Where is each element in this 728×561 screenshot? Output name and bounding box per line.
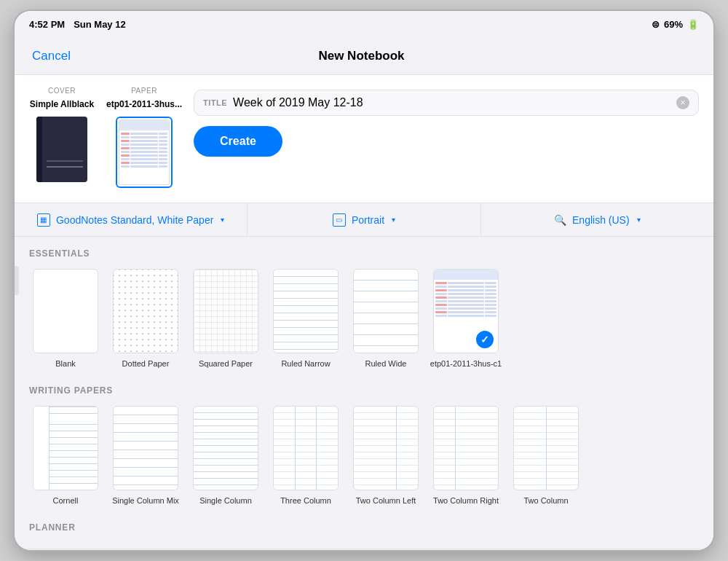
template-dotted-thumb bbox=[113, 269, 178, 353]
template-single-col-mix-name: Single Column Mix bbox=[112, 496, 179, 505]
template-blank[interactable]: Blank bbox=[29, 269, 102, 368]
template-ruled-wide-name: Ruled Wide bbox=[365, 359, 407, 368]
status-left: 4:52 PM Sun May 12 bbox=[29, 19, 126, 30]
template-two-col-left[interactable]: Two Column Left bbox=[349, 406, 422, 505]
ipad-frame: 4:52 PM Sun May 12 ⊜ 69% 🔋 Cancel New No… bbox=[15, 11, 713, 550]
top-panel: COVER Simple Allblack PAPER etp01-2011-3… bbox=[15, 75, 713, 203]
language-chevron: ▾ bbox=[637, 216, 641, 224]
template-cornell[interactable]: Cornell bbox=[29, 406, 102, 505]
template-two-col-thumb bbox=[513, 406, 579, 490]
paper-type-icon: ▦ bbox=[37, 213, 50, 227]
orientation-icon: ▭ bbox=[333, 213, 346, 227]
title-section: TITLE × Create bbox=[194, 87, 699, 157]
cover-thumbnail bbox=[36, 117, 87, 182]
template-three-col-name: Three Column bbox=[280, 496, 331, 505]
title-row: TITLE × bbox=[194, 90, 699, 116]
paper-type-chevron: ▾ bbox=[221, 216, 224, 224]
template-etp01-thumb bbox=[433, 269, 499, 353]
paper-type-label: GoodNotes Standard, White Paper bbox=[56, 214, 213, 226]
paper-thumbnail bbox=[119, 119, 170, 185]
template-two-col-left-thumb bbox=[353, 406, 419, 490]
template-two-col-left-name: Two Column Left bbox=[356, 496, 416, 505]
paper-item[interactable]: PAPER etp01-2011-3hus... bbox=[106, 87, 182, 188]
orientation-label: Portrait bbox=[352, 214, 384, 226]
template-blank-thumb bbox=[33, 269, 98, 353]
template-squared-thumb bbox=[193, 269, 258, 353]
template-single-col-mix-thumb bbox=[113, 406, 178, 490]
template-dotted[interactable]: Dotted Paper bbox=[109, 269, 182, 368]
side-tab bbox=[15, 266, 19, 295]
template-blank-name: Blank bbox=[55, 359, 76, 368]
essentials-grid: Blank Dotted Paper Squared Paper Ruled N… bbox=[29, 269, 699, 368]
writing-section-title: WRITING PAPERS bbox=[29, 385, 699, 396]
filter-orientation[interactable]: ▭ Portrait ▾ bbox=[248, 203, 480, 236]
essentials-section-title: ESSENTIALS bbox=[29, 248, 699, 259]
page-title: New Notebook bbox=[318, 49, 404, 63]
template-ruled-narrow-thumb bbox=[273, 269, 339, 353]
template-single-col-mix[interactable]: Single Column Mix bbox=[109, 406, 182, 505]
title-input[interactable] bbox=[233, 96, 670, 109]
template-three-col-thumb bbox=[273, 406, 339, 490]
language-label: English (US) bbox=[572, 214, 630, 226]
cover-item[interactable]: COVER Simple Allblack bbox=[29, 87, 95, 182]
template-three-col[interactable]: Three Column bbox=[269, 406, 342, 505]
status-right: ⊜ 69% 🔋 bbox=[652, 19, 699, 30]
template-etp01-name: etp01-2011-3hus-c1 bbox=[430, 359, 502, 368]
template-ruled-narrow[interactable]: Ruled Narrow bbox=[269, 269, 342, 368]
date: Sun May 12 bbox=[74, 19, 126, 30]
time: 4:52 PM bbox=[29, 19, 65, 30]
template-two-col-right[interactable]: Two Column Right bbox=[430, 406, 502, 505]
filter-paper-type[interactable]: ▦ GoodNotes Standard, White Paper ▾ bbox=[15, 203, 248, 236]
template-ruled-narrow-name: Ruled Narrow bbox=[281, 359, 330, 368]
templates-container: ESSENTIALS Blank Dotted Paper Squared Pa… bbox=[15, 237, 713, 549]
template-single-col[interactable]: Single Column bbox=[189, 406, 262, 505]
template-cornell-thumb bbox=[33, 406, 98, 490]
template-two-col-right-name: Two Column Right bbox=[433, 496, 499, 505]
bottom-toolbar bbox=[15, 549, 713, 550]
filter-language[interactable]: 🔍 English (US) ▾ bbox=[481, 203, 713, 236]
header: Cancel New Notebook bbox=[15, 37, 713, 75]
cover-section-label: COVER bbox=[48, 87, 76, 95]
battery-percent: 69% bbox=[664, 19, 683, 30]
template-ruled-wide-thumb bbox=[353, 269, 419, 353]
main-content: COVER Simple Allblack PAPER etp01-2011-3… bbox=[15, 75, 713, 549]
clear-title-button[interactable]: × bbox=[676, 96, 689, 109]
wifi-icon: ⊜ bbox=[652, 19, 660, 30]
cover-name: Simple Allblack bbox=[30, 99, 94, 109]
template-squared-name: Squared Paper bbox=[199, 359, 253, 368]
template-ruled-wide[interactable]: Ruled Wide bbox=[349, 269, 422, 368]
writing-grid: Cornell Single Column Mix Single Column bbox=[29, 406, 699, 505]
title-label: TITLE bbox=[203, 98, 227, 107]
template-cornell-name: Cornell bbox=[53, 496, 79, 505]
battery-icon: 🔋 bbox=[687, 19, 699, 30]
template-two-col-right-thumb bbox=[433, 406, 499, 490]
template-single-col-thumb bbox=[193, 406, 258, 490]
paper-name: etp01-2011-3hus... bbox=[106, 99, 182, 109]
template-two-col[interactable]: Two Column bbox=[510, 406, 582, 505]
cancel-button[interactable]: Cancel bbox=[32, 49, 71, 63]
create-button[interactable]: Create bbox=[194, 126, 282, 157]
language-search-icon: 🔍 bbox=[554, 214, 566, 226]
planner-section-title: PLANNER bbox=[29, 522, 699, 533]
orientation-chevron: ▾ bbox=[392, 216, 395, 224]
paper-section-label: PAPER bbox=[131, 87, 157, 95]
template-squared[interactable]: Squared Paper bbox=[189, 269, 262, 368]
template-single-col-name: Single Column bbox=[199, 496, 252, 505]
template-two-col-name: Two Column bbox=[523, 496, 568, 505]
template-etp01[interactable]: etp01-2011-3hus-c1 bbox=[430, 269, 502, 368]
filter-bar: ▦ GoodNotes Standard, White Paper ▾ ▭ Po… bbox=[15, 203, 713, 237]
paper-selected-wrapper bbox=[116, 117, 173, 188]
status-bar: 4:52 PM Sun May 12 ⊜ 69% 🔋 bbox=[15, 11, 713, 37]
template-dotted-name: Dotted Paper bbox=[122, 359, 170, 368]
